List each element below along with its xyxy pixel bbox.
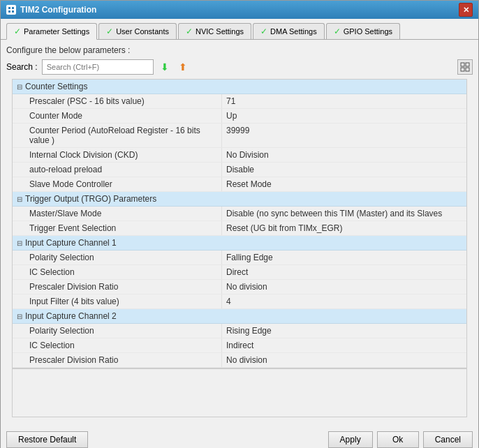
parameters-table: ⊟ Counter Settings Prescaler (PSC - 16 b… bbox=[12, 79, 467, 368]
param-value[interactable]: 71 bbox=[222, 94, 466, 108]
tab-check-icon: ✓ bbox=[106, 27, 113, 36]
apply-button[interactable]: Apply bbox=[328, 431, 373, 448]
param-row-input-filter: Input Filter (4 bits value) 4 bbox=[13, 294, 466, 309]
section-header-trigger: ⊟ Trigger Output (TRGO) Parameters bbox=[13, 192, 466, 206]
app-icon bbox=[6, 5, 16, 15]
param-value[interactable]: Reset Mode bbox=[222, 177, 466, 191]
section-label-ic2: Input Capture Channel 2 bbox=[25, 311, 117, 321]
param-row-auto-reload: auto-reload preload Disable bbox=[13, 163, 466, 177]
collapse-icon[interactable]: ⊟ bbox=[17, 239, 22, 247]
param-value[interactable]: Indirect bbox=[222, 338, 466, 352]
search-next-button[interactable]: ⬇ bbox=[158, 60, 172, 74]
tab-gpio-settings[interactable]: ✓ GPIO Settings bbox=[326, 23, 400, 39]
param-name: Counter Period (AutoReload Register - 16… bbox=[13, 124, 222, 147]
param-row-prescaler: Prescaler (PSC - 16 bits value) 71 bbox=[13, 94, 466, 109]
tab-parameter-settings[interactable]: ✓ Parameter Settings bbox=[6, 23, 97, 40]
param-value[interactable]: Disable bbox=[222, 163, 466, 177]
section-label-ic1: Input Capture Channel 1 bbox=[25, 238, 117, 248]
param-value[interactable]: Up bbox=[222, 109, 466, 123]
param-name: Polarity Selection bbox=[13, 324, 222, 338]
titlebar-left: TIM2 Configuration bbox=[6, 5, 96, 15]
section-input-capture-1: ⊟ Input Capture Channel 1 bbox=[13, 236, 466, 251]
section-counter-settings: ⊟ Counter Settings bbox=[13, 80, 466, 94]
collapse-icon[interactable]: ⊟ bbox=[17, 83, 22, 91]
param-row-master-slave: Master/Slave Mode Disable (no sync betwe… bbox=[13, 207, 466, 221]
param-value[interactable]: 4 bbox=[222, 294, 466, 308]
param-value[interactable]: No Division bbox=[222, 148, 466, 162]
param-name: IC Selection bbox=[13, 338, 222, 352]
section-input-capture-2: ⊟ Input Capture Channel 2 bbox=[13, 309, 466, 324]
param-value[interactable]: Rising Edge bbox=[222, 324, 466, 338]
window-title: TIM2 Configuration bbox=[20, 5, 96, 15]
tab-label-gpio-settings: GPIO Settings bbox=[344, 27, 392, 36]
collapse-icon[interactable]: ⊟ bbox=[17, 313, 22, 320]
param-name: IC Selection bbox=[13, 265, 222, 279]
tab-label-user-constants: User Constants bbox=[116, 27, 169, 36]
tab-label-nvic-settings: NVIC Settings bbox=[196, 27, 244, 36]
section-header-ic1: ⊟ Input Capture Channel 1 bbox=[13, 236, 466, 250]
tab-label-parameter-settings: Parameter Settings bbox=[24, 27, 89, 36]
param-value[interactable]: No division bbox=[222, 280, 466, 294]
search-prev-button[interactable]: ⬆ bbox=[176, 60, 190, 74]
svg-rect-7 bbox=[466, 68, 469, 71]
titlebar: TIM2 Configuration ✕ bbox=[1, 1, 478, 19]
param-name: auto-reload preload bbox=[13, 163, 222, 177]
tabs-bar: ✓ Parameter Settings ✓ User Constants ✓ … bbox=[1, 19, 478, 40]
param-value[interactable]: No division bbox=[222, 353, 466, 367]
bottom-empty-area bbox=[12, 368, 467, 417]
svg-rect-6 bbox=[461, 68, 464, 71]
tab-check-icon: ✓ bbox=[14, 27, 21, 36]
close-button[interactable]: ✕ bbox=[459, 3, 473, 17]
param-row-prescaler-ratio-2: Prescaler Division Ratio No division bbox=[13, 353, 466, 368]
svg-rect-1 bbox=[12, 7, 14, 9]
svg-rect-4 bbox=[461, 63, 464, 66]
ok-button[interactable]: Ok bbox=[377, 431, 419, 448]
main-window: TIM2 Configuration ✕ ✓ Parameter Setting… bbox=[0, 0, 479, 448]
section-trigger-output: ⊟ Trigger Output (TRGO) Parameters bbox=[13, 192, 466, 207]
search-row: Search : ⬇ ⬆ bbox=[6, 59, 473, 75]
footer: Restore Default Apply Ok Cancel bbox=[1, 427, 478, 448]
param-name: Trigger Event Selection bbox=[13, 221, 222, 235]
svg-rect-5 bbox=[466, 63, 469, 66]
content-area: Configure the below parameters : Search … bbox=[1, 40, 478, 427]
search-input[interactable] bbox=[42, 59, 154, 75]
svg-rect-2 bbox=[8, 10, 10, 13]
param-name: Prescaler Division Ratio bbox=[13, 280, 222, 294]
svg-rect-0 bbox=[8, 7, 10, 9]
param-name: Polarity Selection bbox=[13, 251, 222, 264]
param-value[interactable]: Reset (UG bit from TIMx_EGR) bbox=[222, 221, 466, 235]
param-name: Counter Mode bbox=[13, 109, 222, 123]
param-row-trigger-event: Trigger Event Selection Reset (UG bit fr… bbox=[13, 221, 466, 236]
param-row-clock-div: Internal Clock Division (CKD) No Divisio… bbox=[13, 148, 466, 163]
param-row-polarity-1: Polarity Selection Falling Edge bbox=[13, 251, 466, 265]
param-name: Prescaler (PSC - 16 bits value) bbox=[13, 94, 222, 108]
param-row-ic-selection-2: IC Selection Indirect bbox=[13, 338, 466, 353]
tab-check-icon: ✓ bbox=[260, 27, 267, 36]
tab-label-dma-settings: DMA Settings bbox=[270, 27, 317, 36]
section-header-ic2: ⊟ Input Capture Channel 2 bbox=[13, 309, 466, 323]
param-row-ic-selection-1: IC Selection Direct bbox=[13, 265, 466, 280]
tab-nvic-settings[interactable]: ✓ NVIC Settings bbox=[178, 23, 251, 39]
configure-label: Configure the below parameters : bbox=[6, 45, 473, 55]
param-value[interactable]: Disable (no sync between this TIM (Maste… bbox=[222, 207, 466, 221]
section-label-trigger: Trigger Output (TRGO) Parameters bbox=[25, 194, 156, 204]
restore-default-button[interactable]: Restore Default bbox=[6, 431, 88, 448]
search-label: Search : bbox=[6, 62, 38, 72]
param-row-slave-mode: Slave Mode Controller Reset Mode bbox=[13, 177, 466, 192]
param-value[interactable]: 39999 bbox=[222, 124, 466, 147]
param-value[interactable]: Direct bbox=[222, 265, 466, 279]
param-name: Input Filter (4 bits value) bbox=[13, 294, 222, 308]
cancel-button[interactable]: Cancel bbox=[423, 431, 473, 448]
tab-user-constants[interactable]: ✓ User Constants bbox=[98, 23, 177, 39]
param-name: Prescaler Division Ratio bbox=[13, 353, 222, 367]
svg-rect-3 bbox=[12, 10, 14, 13]
collapse-icon[interactable]: ⊟ bbox=[17, 195, 22, 203]
grid-view-icon[interactable] bbox=[457, 59, 473, 75]
tab-dma-settings[interactable]: ✓ DMA Settings bbox=[253, 23, 325, 39]
param-row-counter-period: Counter Period (AutoReload Register - 16… bbox=[13, 124, 466, 148]
tab-check-icon: ✓ bbox=[186, 27, 193, 36]
param-value[interactable]: Falling Edge bbox=[222, 251, 466, 264]
section-label-counter: Counter Settings bbox=[25, 82, 87, 91]
param-row-polarity-2: Polarity Selection Rising Edge bbox=[13, 324, 466, 338]
footer-right: Apply Ok Cancel bbox=[328, 431, 473, 448]
